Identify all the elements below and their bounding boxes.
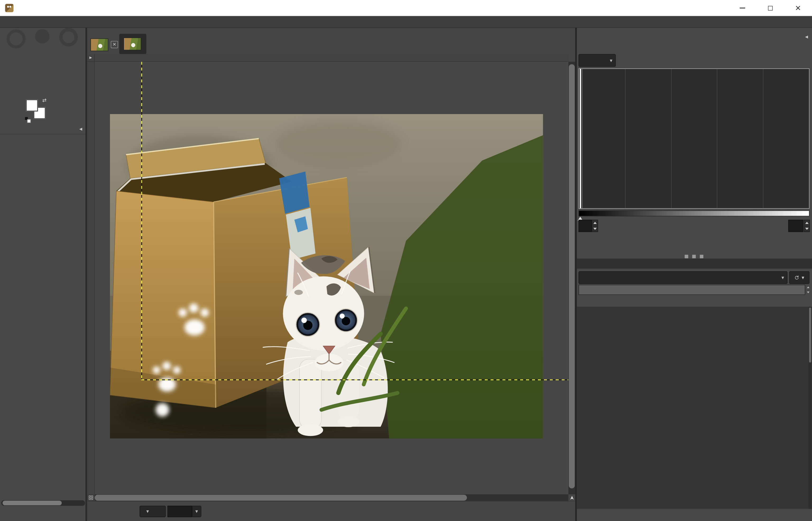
quick-mask-toggle[interactable] [87,494,95,501]
image-tab-bar: ✕ [87,28,575,54]
foreground-color-swatch[interactable] [26,100,38,111]
layer-mode-select[interactable]: ▼ [579,271,787,284]
minimize-icon[interactable] [728,0,756,16]
tool-preset-buttons [0,508,86,520]
tool-options-scrollbar[interactable] [1,500,85,506]
chevron-down-icon: ▼ [610,59,613,62]
ruler-corner-button[interactable]: ▶ [87,54,95,62]
image-tab-1[interactable]: ✕ [89,36,119,54]
opacity-spinner[interactable] [806,285,811,295]
gimp-wilber-icon [5,4,14,12]
histogram-range-gradient[interactable] [579,210,810,216]
zoom-input[interactable] [168,506,192,517]
gimp-window: ✕ ⇄ ◀ [0,0,812,521]
image-tab-2[interactable] [119,34,146,54]
navigation-icon[interactable] [568,494,575,501]
horizontal-scrollbar[interactable] [94,494,568,501]
histogram-spike [580,69,581,208]
vertical-ruler[interactable] [87,62,95,494]
layer-boundary-horizontal [141,380,568,380]
histogram-display [579,68,810,209]
chevron-down-icon: ▼ [146,509,149,513]
range-low-spinner[interactable] [592,220,598,232]
blend-space-button[interactable]: ▼ [789,271,810,284]
canvas-image [110,114,543,438]
opacity-slider[interactable] [579,285,805,295]
tool-options-dock: ◀ [0,123,86,221]
status-bar: ▼ ▼ [87,501,575,521]
right-dock: ◀ ▼ ■ ■ ■ ▼ ▼ [577,28,812,521]
layer-list [577,307,812,509]
toolbox-panel: ⇄ ◀ [0,28,86,521]
maximize-icon[interactable] [756,0,784,16]
wilber-decoration [0,28,86,58]
menu-bar [0,16,812,28]
chevron-down-icon: ▼ [782,276,784,279]
title-bar[interactable]: ✕ [0,0,812,16]
image-tab-thumbnail [124,38,141,50]
color-swatches: ⇄ [25,98,54,123]
collapse-right-icon[interactable]: ◀ [803,33,810,41]
vertical-scrollbar[interactable] [568,62,575,494]
layer-boundary-vertical [141,62,142,380]
zoom-select-chevron-icon[interactable]: ▼ [192,506,201,517]
canvas-area: ✕ ▶ [87,28,575,521]
layer-list-scrollbar[interactable] [809,307,811,509]
range-low-input[interactable] [579,220,592,232]
canvas-viewport[interactable] [94,62,568,494]
range-high-input[interactable] [788,220,803,232]
panel-splitter-handle[interactable]: ■ ■ ■ [577,254,812,258]
close-tab-icon[interactable]: ✕ [111,41,118,48]
range-high-spinner[interactable] [804,220,810,232]
close-icon[interactable]: ✕ [784,0,812,16]
unit-select[interactable]: ▼ [140,506,166,517]
horizontal-ruler[interactable] [94,54,568,62]
image-tab-thumbnail [90,39,108,51]
lock-row [579,297,583,305]
collapse-left-icon[interactable]: ◀ [77,125,85,133]
layer-action-buttons [577,508,812,521]
swap-colors-icon[interactable]: ⇄ [42,97,46,103]
layers-dialog-tab-row [577,258,812,269]
tool-options-tab-row [0,123,86,134]
histogram-channel-select[interactable]: ▼ [579,54,616,67]
